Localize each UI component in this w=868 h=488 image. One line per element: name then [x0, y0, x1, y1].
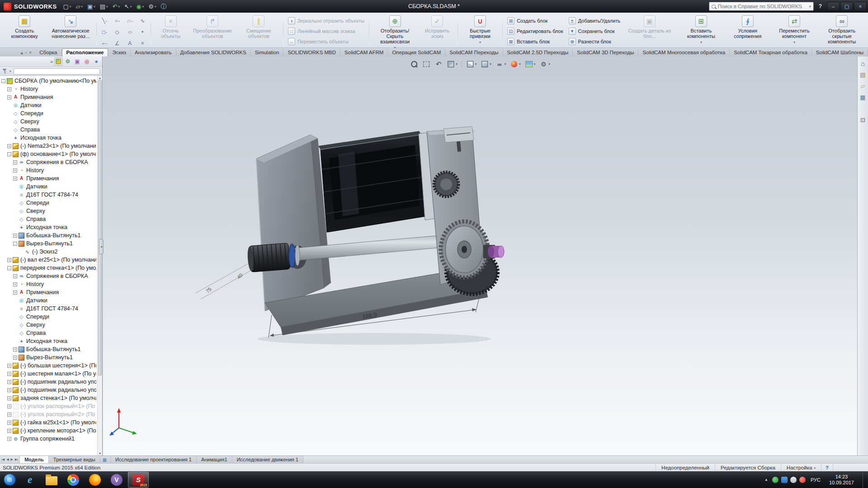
view-toolbar-button[interactable]: ▾: [509, 59, 522, 69]
tree-item[interactable]: Д16Т ГОСТ 4784-74: [0, 305, 96, 313]
expand-toggle-icon[interactable]: +: [13, 169, 17, 173]
tree-item[interactable]: - передняя стенка<1> (По умолч: [0, 264, 96, 272]
expand-toggle-icon[interactable]: +: [7, 87, 11, 91]
manager-tab[interactable]: [54, 57, 62, 66]
tree-item[interactable]: Спереди: [0, 313, 96, 321]
panel-more-icon[interactable]: »: [50, 59, 53, 64]
tree-item[interactable]: + (-) подшипник радиально упор: [0, 386, 96, 394]
auto-dimension-button[interactable]: Автоматическое нанесение раз...: [47, 14, 94, 47]
convert-entities-button[interactable]: Преобразование объектов: [189, 14, 236, 47]
tree-item[interactable]: + Сопряжения в СБОРКА: [0, 272, 96, 280]
expand-toggle-icon[interactable]: -: [7, 152, 11, 156]
tree-item[interactable]: + (-) подшипник радиально упор: [0, 378, 96, 386]
expand-toggle-icon[interactable]: -: [1, 79, 5, 83]
app-logo[interactable]: SOLIDWORKS: [0, 3, 61, 10]
sketch-tool-button[interactable]: ▾: [111, 27, 123, 38]
command-tab[interactable]: SolidCAM Токарная обработка: [730, 49, 812, 56]
tree-item[interactable]: + (-) шестерня малая<1> (По ум: [0, 370, 96, 378]
sketch-tool-button[interactable]: ▾: [99, 15, 111, 26]
create-layout-button[interactable]: Создать компоновку: [2, 14, 47, 47]
taskbar-clock[interactable]: 14:23 10.09.2017: [826, 474, 858, 486]
display-hide-relations-button[interactable]: Отобразить/Скрыть взаимосвязи ▾: [371, 14, 419, 47]
tree-item[interactable]: Датчики: [0, 296, 96, 305]
sketch-tool-button[interactable]: ▾: [137, 38, 149, 49]
pin-ribbon-icon[interactable]: ▴: [21, 50, 23, 55]
tree-item[interactable]: - (ф) основание<1> (По умолча: [0, 150, 96, 158]
sketch-tool-button[interactable]: ▾: [124, 15, 136, 26]
bearing-seal-ring[interactable]: [289, 244, 295, 267]
taskbar-app[interactable]: [106, 472, 127, 488]
taskbar-app[interactable]: 2015: [128, 472, 149, 488]
tree-item[interactable]: Сверху: [0, 117, 96, 126]
sketch-tool-button[interactable]: ▾: [111, 15, 123, 26]
insert-block-button[interactable]: Вставить блок: [505, 37, 566, 47]
sketch-tool-button[interactable]: ▾: [99, 38, 111, 49]
mate-button[interactable]: Условия сопряжения: [725, 14, 770, 47]
show-desktop-button[interactable]: [863, 471, 867, 488]
scroll-down-icon[interactable]: ▼: [99, 452, 102, 455]
tree-item[interactable]: + (-) Nema23<1> (По умолчанию<: [0, 142, 96, 150]
panel-display-icon[interactable]: ▫: [25, 50, 27, 55]
taskbar-app[interactable]: [85, 472, 105, 488]
tree-item[interactable]: + History: [0, 166, 96, 174]
command-tab[interactable]: Операция SolidCAM: [388, 49, 445, 56]
tree-item[interactable]: + Сопряжения в СБОРКА: [0, 158, 96, 166]
clamp-bracket[interactable]: [443, 127, 474, 142]
command-tab[interactable]: SolidCAM 2.5D Переходы: [503, 49, 573, 56]
command-tab[interactable]: Сборка: [35, 49, 61, 56]
view-toolbar-button[interactable]: ▾: [480, 59, 492, 69]
quick-access-button[interactable]: ▾: [146, 3, 158, 10]
trim-entities-button[interactable]: Отсечь объекты: [153, 14, 189, 47]
help-button[interactable]: ?: [817, 3, 824, 9]
tree-item[interactable]: Исходная точка: [0, 223, 96, 231]
command-tab[interactable]: Simulation: [251, 49, 284, 56]
expand-toggle-icon[interactable]: +: [13, 177, 17, 181]
quick-access-button[interactable]: ▾: [123, 3, 133, 10]
tree-item[interactable]: Датчики: [0, 183, 96, 191]
status-help-icon[interactable]: ?: [821, 464, 833, 471]
tree-item[interactable]: + History: [0, 280, 96, 288]
task-pane-tab[interactable]: [859, 71, 867, 79]
command-tab[interactable]: SolidCAM Шаблоны: [812, 49, 868, 56]
expand-toggle-icon[interactable]: +: [7, 437, 11, 441]
expand-toggle-icon[interactable]: +: [7, 429, 11, 433]
mirror-entities-button[interactable]: Зеркально отразить объекты: [285, 16, 367, 26]
command-tab[interactable]: Эскиз: [108, 49, 131, 56]
tree-filter-input[interactable]: [14, 68, 100, 75]
tree-item[interactable]: + Примечания: [0, 288, 96, 296]
view-toolbar-button[interactable]: ▾: [421, 59, 431, 69]
tree-item[interactable]: Спереди: [0, 109, 96, 117]
tree-item[interactable]: + Бобышка-Вытянуть1: [0, 345, 96, 353]
tree-item[interactable]: + задняя стенка<1> (По умолчан: [0, 394, 96, 402]
repair-sketch-button[interactable]: Исправить эскиз: [419, 14, 456, 47]
assembly-model[interactable]: 188,9 40 75: [103, 56, 857, 455]
manager-tab[interactable]: [83, 57, 91, 66]
command-tab[interactable]: Расположение: [62, 48, 108, 56]
view-toolbar-button[interactable]: ▾: [446, 59, 458, 69]
view-toolbar-button[interactable]: ▾: [524, 59, 537, 69]
quick-access-button[interactable]: ▾: [98, 3, 110, 10]
taskbar-app[interactable]: [41, 472, 62, 488]
manager-tab[interactable]: [92, 57, 100, 66]
task-pane-tab[interactable]: [859, 116, 867, 124]
view-toolbar-button[interactable]: ▾: [409, 59, 419, 69]
make-part-from-block-button[interactable]: Создать деталь из бло...: [626, 14, 673, 47]
tree-item[interactable]: + (-) вал er25<1> (По умолчани: [0, 256, 96, 264]
command-tab[interactable]: SolidCAM Переходы: [445, 49, 503, 56]
task-pane-tab[interactable]: [859, 94, 867, 101]
tree-item[interactable]: + (-) уголок распорный<1> (По у: [0, 402, 96, 410]
expand-toggle-icon[interactable]: +: [7, 258, 11, 262]
tray-icon[interactable]: [790, 477, 797, 483]
tree-item[interactable]: (-) Эскиз2: [0, 248, 96, 256]
graphics-viewport[interactable]: ▾ ▾ ▾ ▾ ▾: [103, 56, 857, 455]
command-tab[interactable]: SOLIDWORKS MBD: [283, 49, 340, 56]
quick-access-button[interactable]: ▾: [159, 3, 168, 10]
chevron-down-icon[interactable]: ▾: [9, 70, 11, 73]
quick-access-button[interactable]: ▾: [85, 3, 97, 10]
tree-item[interactable]: + Группа сопряжений1: [0, 435, 96, 443]
command-tab[interactable]: Добавления SOLIDWORKS: [176, 49, 251, 56]
expand-toggle-icon[interactable]: +: [7, 404, 11, 408]
tree-item[interactable]: Д16Т ГОСТ 4784-74: [0, 191, 96, 199]
command-tab[interactable]: SolidCAM AFRM: [340, 49, 388, 56]
view-toolbar-button[interactable]: ▾: [461, 60, 463, 69]
